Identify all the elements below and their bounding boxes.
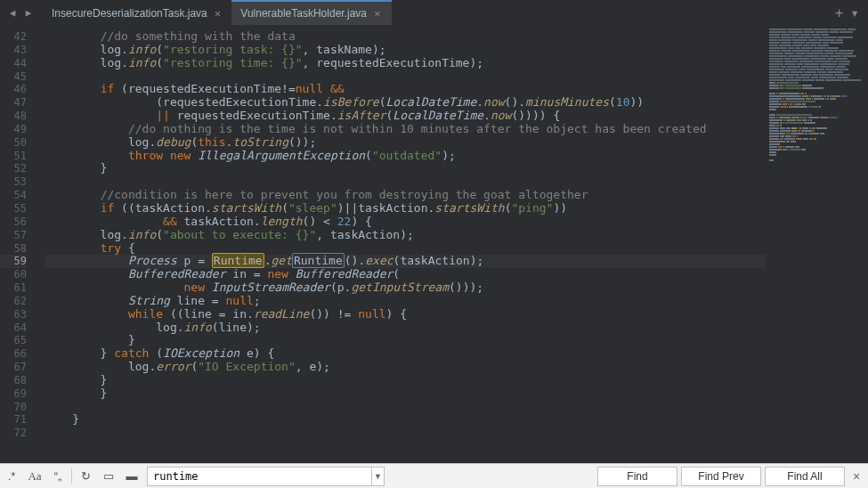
line-number: 60 — [0, 268, 27, 281]
search-options: .* Aa “„ ↻ ▭ ▬ — [0, 467, 143, 486]
code-line: //do something with the data — [45, 30, 766, 44]
minimap[interactable] — [766, 25, 868, 463]
highlight-toggle-icon[interactable]: ▬ — [120, 467, 143, 486]
code-line: if (requestedExecutionTime!=null && — [45, 83, 766, 96]
line-number: 43 — [0, 44, 27, 57]
code-line: } — [45, 334, 766, 347]
line-number: 70 — [0, 401, 27, 414]
regex-toggle-icon[interactable]: .* — [0, 467, 23, 486]
search-bar: .* Aa “„ ↻ ▭ ▬ ▼ Find Find Prev Find All… — [0, 463, 868, 488]
code-line: || requestedExecutionTime.isAfter(LocalD… — [45, 110, 766, 123]
code-line: log.info("restoring time: {}", requested… — [45, 57, 766, 70]
line-number: 42 — [0, 30, 27, 44]
code-line: log.info(line); — [45, 321, 766, 335]
line-number: 59 — [0, 255, 27, 268]
line-number: 57 — [0, 229, 27, 242]
add-tab-icon[interactable]: + — [835, 4, 844, 21]
separator — [71, 468, 72, 484]
line-number: 48 — [0, 110, 27, 123]
line-number: 62 — [0, 295, 27, 308]
line-number: 49 — [0, 123, 27, 136]
line-number: 54 — [0, 189, 27, 202]
find-prev-button[interactable]: Find Prev — [681, 467, 761, 486]
line-number: 58 — [0, 242, 27, 256]
code-line: Process p = Runtime.getRuntime().exec(ta… — [45, 255, 766, 268]
code-line — [45, 427, 766, 440]
code-line: log.info("restoring task: {}", taskName)… — [45, 44, 766, 57]
line-number: 46 — [0, 83, 27, 96]
titlebar-right-controls: + ▾ — [835, 4, 863, 21]
code-line: while ((line = in.readLine()) != null) { — [45, 308, 766, 321]
code-line: BufferedReader in = new BufferedReader( — [45, 268, 766, 281]
code-line: (requestedExecutionTime.isBefore(LocalDa… — [45, 96, 766, 110]
line-number: 61 — [0, 281, 27, 295]
close-tab-icon[interactable]: × — [213, 7, 223, 20]
tab-label: InsecureDeserializationTask.java — [52, 7, 207, 20]
code-line: && taskAction.length() < 22) { — [45, 216, 766, 229]
line-number: 55 — [0, 202, 27, 216]
line-number: 45 — [0, 70, 27, 84]
line-number: 67 — [0, 361, 27, 374]
line-number: 50 — [0, 136, 27, 150]
search-history-dropdown-icon[interactable]: ▼ — [372, 467, 385, 486]
tabs-menu-icon[interactable]: ▾ — [850, 4, 859, 21]
editor-tab[interactable]: VulnerableTaskHolder.java× — [231, 0, 391, 25]
code-line — [45, 70, 766, 84]
code-line: throw new IllegalArgumentException("outd… — [45, 150, 766, 163]
search-input[interactable] — [147, 467, 372, 486]
case-toggle-icon[interactable]: Aa — [23, 467, 46, 486]
word-toggle-icon[interactable]: “„ — [46, 467, 69, 486]
in-selection-toggle-icon[interactable]: ▭ — [97, 467, 120, 486]
editor: 4243444546474849505152535455565758596061… — [0, 25, 868, 463]
code-line: log.debug(this.toString()); — [45, 136, 766, 150]
line-number: 72 — [0, 427, 27, 440]
tab-label: VulnerableTaskHolder.java — [240, 7, 367, 20]
code-line: } — [45, 162, 766, 175]
code-line: } — [45, 374, 766, 387]
line-number: 53 — [0, 175, 27, 189]
code-line: } catch (IOException e) { — [45, 347, 766, 361]
code-line: new InputStreamReader(p.getInputStream()… — [45, 281, 766, 295]
code-line: String line = null; — [45, 295, 766, 308]
nav-forward-icon[interactable]: ▶ — [21, 5, 36, 20]
editor-tab[interactable]: InsecureDeserializationTask.java× — [43, 0, 231, 25]
code-area[interactable]: //do something with the data log.info("r… — [36, 25, 766, 463]
line-number: 71 — [0, 413, 27, 427]
line-number: 51 — [0, 150, 27, 163]
find-all-button[interactable]: Find All — [765, 467, 845, 486]
code-line: //do nothing is the time is not within 1… — [45, 123, 766, 136]
code-line — [45, 401, 766, 414]
close-search-icon[interactable]: × — [848, 469, 864, 484]
line-number: 56 — [0, 216, 27, 229]
line-number: 66 — [0, 347, 27, 361]
line-number: 47 — [0, 96, 27, 110]
code-line: } — [45, 387, 766, 401]
wrap-toggle-icon[interactable]: ↻ — [74, 467, 97, 486]
line-number: 64 — [0, 321, 27, 335]
line-number: 44 — [0, 57, 27, 70]
line-number: 68 — [0, 374, 27, 387]
code-line — [45, 175, 766, 189]
nav-arrows: ◀ ▶ — [5, 5, 36, 20]
line-number: 69 — [0, 387, 27, 401]
code-line: } — [45, 413, 766, 427]
close-tab-icon[interactable]: × — [372, 7, 383, 20]
line-gutter: 4243444546474849505152535455565758596061… — [0, 25, 36, 463]
find-button[interactable]: Find — [597, 467, 677, 486]
code-line: log.info("about to execute: {}", taskAct… — [45, 229, 766, 242]
code-line: log.error("IO Exception", e); — [45, 361, 766, 374]
line-number: 63 — [0, 308, 27, 321]
line-number: 65 — [0, 334, 27, 347]
editor-tabs: InsecureDeserializationTask.java×Vulnera… — [43, 0, 835, 25]
line-number: 52 — [0, 162, 27, 175]
code-line: if ((taskAction.startsWith("sleep")||tas… — [45, 202, 766, 216]
nav-back-icon[interactable]: ◀ — [5, 5, 20, 20]
code-line: //condition is here to prevent you from … — [45, 189, 766, 202]
title-bar: ◀ ▶ InsecureDeserializationTask.java×Vul… — [0, 0, 868, 25]
